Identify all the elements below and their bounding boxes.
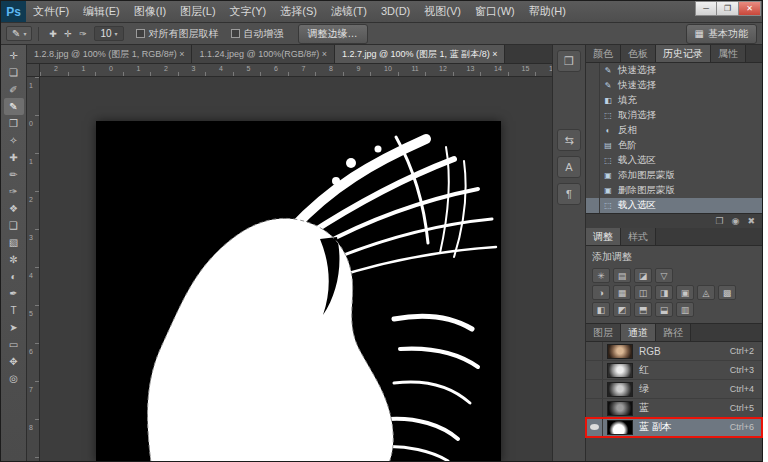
adjustment-icon[interactable]: ◧ [592, 302, 610, 317]
channel-thumbnail[interactable] [607, 344, 633, 359]
collapsed-panel-icon[interactable]: ¶ [557, 183, 581, 205]
document-tab[interactable]: 1.2.8.jpg @ 100% (图层 1, RGB/8#) × [27, 45, 192, 63]
selection-mode-button[interactable]: ✚ [45, 26, 60, 42]
visibility-toggle[interactable] [586, 418, 603, 436]
collapsed-panel-icon[interactable]: A [557, 156, 581, 178]
panel-tab[interactable]: 通道 [621, 324, 656, 341]
history-state-row[interactable]: ✎ 快速选择 [586, 78, 762, 93]
close-button[interactable]: ✕ [739, 1, 761, 16]
menu-item[interactable]: 文字(Y) [223, 1, 274, 22]
history-source-cell[interactable] [586, 123, 600, 138]
horizontal-ruler[interactable]: 21012345678910111213141516 [40, 64, 552, 77]
tool-button[interactable]: ❖ [4, 200, 24, 217]
history-state-row[interactable]: ◧ 填充 [586, 93, 762, 108]
panel-tab[interactable]: 样式 [621, 228, 656, 245]
document-tab[interactable]: 1.1.24.jpeg @ 100%(RGB/8#) × [192, 45, 334, 63]
maximize-button[interactable]: ❐ [717, 1, 739, 16]
history-state-row[interactable]: ⬚ 载入选区 [586, 198, 762, 213]
adjustment-icon[interactable]: ▣ [676, 285, 694, 300]
tool-button[interactable]: ❏ [4, 64, 24, 81]
sample-all-layers-checkbox[interactable]: 对所有图层取样 [136, 27, 219, 41]
minimize-button[interactable]: ─ [695, 1, 717, 16]
tool-button[interactable]: ▧ [4, 234, 24, 251]
channel-row[interactable]: 蓝 Ctrl+5 [586, 399, 762, 418]
tool-button[interactable]: ✚ [4, 149, 24, 166]
menu-item[interactable]: 视图(V) [417, 1, 468, 22]
adjustment-icon[interactable]: ▤ [613, 268, 631, 283]
panel-tab[interactable]: 调整 [586, 228, 621, 245]
adjustment-icon[interactable]: ▦ [613, 285, 631, 300]
history-source-cell[interactable] [586, 198, 600, 213]
history-source-cell[interactable] [586, 168, 600, 183]
history-state-row[interactable]: ▤ 色阶 [586, 138, 762, 153]
history-state-row[interactable]: ✎ 快速选择 [586, 63, 762, 78]
history-source-cell[interactable] [586, 108, 600, 123]
visibility-toggle[interactable] [586, 361, 603, 379]
panel-tab[interactable]: 颜色 [586, 45, 621, 62]
collapsed-panel-icon[interactable]: ⇆ [557, 129, 581, 151]
document-canvas-image[interactable] [96, 121, 501, 461]
tool-button[interactable]: ▭ [4, 336, 24, 353]
history-footer-icon[interactable]: ❐ [716, 216, 724, 226]
channel-thumbnail[interactable] [607, 420, 633, 435]
history-state-row[interactable]: ▣ 添加图层蒙版 [586, 168, 762, 183]
selection-mode-button[interactable]: ✑ [75, 26, 90, 42]
adjustment-icon[interactable]: ◪ [634, 268, 652, 283]
tool-button[interactable]: ✐ [4, 81, 24, 98]
adjustment-icon[interactable]: ✳ [592, 268, 610, 283]
panel-tab[interactable]: 路径 [656, 324, 691, 341]
visibility-toggle[interactable] [586, 399, 603, 417]
visibility-toggle[interactable] [586, 342, 603, 360]
tool-preset-picker[interactable]: ✎ ▾ [6, 26, 32, 41]
ruler-origin-corner[interactable] [27, 64, 40, 77]
channel-row[interactable]: RGB Ctrl+2 [586, 342, 762, 361]
history-state-row[interactable]: ⬚ 载入选区 [586, 153, 762, 168]
panel-tab[interactable]: 属性 [711, 45, 746, 62]
history-source-cell[interactable] [586, 153, 600, 168]
adjustment-icon[interactable]: ◑ [592, 285, 610, 300]
refine-edge-button[interactable]: 调整边缘… [298, 24, 368, 44]
menu-item[interactable]: 滤镜(T) [324, 1, 374, 22]
tool-button[interactable]: ✒ [4, 285, 24, 302]
adjustment-icon[interactable]: ▩ [718, 285, 736, 300]
channel-thumbnail[interactable] [607, 363, 633, 378]
tool-button[interactable]: ✑ [4, 183, 24, 200]
panel-tab[interactable]: 色板 [621, 45, 656, 62]
adjustment-icon[interactable]: ◩ [613, 302, 631, 317]
tool-button[interactable]: ✧ [4, 132, 24, 149]
brush-size-picker[interactable]: 10 ▾ [94, 26, 123, 41]
history-source-cell[interactable] [586, 63, 600, 78]
channel-thumbnail[interactable] [607, 382, 633, 397]
menu-item[interactable]: 图层(L) [173, 1, 222, 22]
tool-button[interactable]: ✛ [4, 47, 24, 64]
auto-enhance-checkbox[interactable]: 自动增强 [231, 27, 284, 41]
workspace-switcher-button[interactable]: ▦ 基本功能 [686, 24, 757, 44]
history-state-row[interactable]: ◐ 反相 [586, 123, 762, 138]
tool-button[interactable]: ✎ [4, 98, 24, 115]
menu-item[interactable]: 窗口(W) [468, 1, 522, 22]
channel-thumbnail[interactable] [607, 401, 633, 416]
menu-item[interactable]: 3D(D) [374, 1, 417, 22]
visibility-toggle[interactable] [586, 380, 603, 398]
history-source-cell[interactable] [586, 78, 600, 93]
channel-row[interactable]: 红 Ctrl+3 [586, 361, 762, 380]
adjustment-icon[interactable]: ▥ [676, 302, 694, 317]
adjustment-icon[interactable]: ◬ [697, 285, 715, 300]
history-state-row[interactable]: ▣ 删除图层蒙版 [586, 183, 762, 198]
history-source-cell[interactable] [586, 138, 600, 153]
collapsed-panel-icon[interactable]: ❒ [557, 50, 581, 72]
tool-button[interactable]: ✼ [4, 251, 24, 268]
channel-row[interactable]: 绿 Ctrl+4 [586, 380, 762, 399]
adjustment-icon[interactable]: ◫ [634, 285, 652, 300]
history-state-row[interactable]: ⬚ 取消选择 [586, 108, 762, 123]
tool-button[interactable]: ✏ [4, 166, 24, 183]
history-footer-icon[interactable]: ◉ [732, 216, 740, 226]
menu-item[interactable]: 编辑(E) [76, 1, 127, 22]
history-footer-icon[interactable]: ✖ [747, 216, 755, 226]
history-source-cell[interactable] [586, 93, 600, 108]
checkbox-icon[interactable] [231, 29, 240, 38]
panel-tab[interactable]: 历史记录 [656, 45, 711, 62]
adjustment-icon[interactable]: ⬓ [655, 302, 673, 317]
menu-item[interactable]: 文件(F) [26, 1, 76, 22]
adjustment-icon[interactable]: ▽ [655, 268, 673, 283]
